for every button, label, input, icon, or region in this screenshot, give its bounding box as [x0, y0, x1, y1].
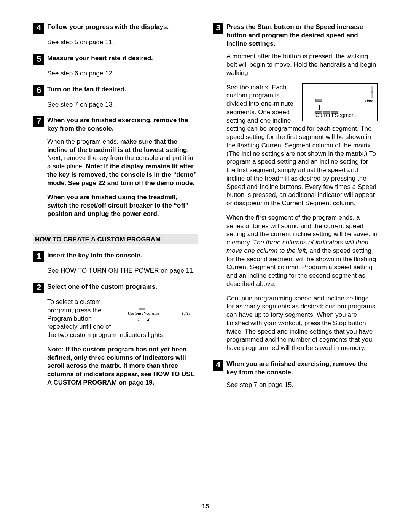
bold-text: When you are finished using the treadmil…	[47, 193, 188, 217]
step-4: 4 Follow your progress with the displays…	[33, 23, 198, 34]
tick-mark-icon: ❘	[369, 91, 375, 97]
step-title: Measure your heart rate if desired.	[47, 54, 153, 65]
right-step-4: 4 When you are finished exercising, remo…	[213, 360, 378, 377]
step-number: 6	[33, 85, 44, 96]
right-step-3: 3 Press the Start button or the Speed in…	[213, 23, 378, 48]
step-6: 6 Turn on the fan if desired.	[33, 85, 198, 96]
matrix-diagram: ❘ ❘ Time Current Segment	[302, 83, 378, 121]
step-5: 5 Measure your heart rate if desired.	[33, 54, 198, 65]
step-title: When you are finished exercising, remove…	[226, 360, 378, 377]
text: When the program ends,	[47, 138, 120, 145]
step-number: 1	[33, 251, 44, 262]
step-title: When you are finished exercising, remove…	[47, 116, 198, 133]
label: Time	[365, 98, 373, 103]
right-column: 3 Press the Start button or the Speed in…	[213, 21, 378, 397]
label: 2	[147, 316, 150, 322]
label: 1	[138, 316, 140, 322]
step-body: See HOW TO TURN ON THE POWER on page 11.	[47, 267, 198, 275]
step-body: See step 5 on page 11.	[47, 38, 198, 46]
paragraph: Continue programming speed and incline s…	[226, 294, 378, 352]
step-body: See step 7 on page 15.	[226, 381, 378, 389]
bold-text: Note: If the custom program has not yet …	[47, 346, 195, 386]
step-title: Select one of the custom programs.	[47, 283, 157, 293]
step-title: Insert the key into the console.	[47, 251, 142, 262]
custom-programs-diagram: Custom Programs i FIT 1 2	[123, 298, 198, 328]
bar-icon	[315, 99, 322, 102]
step-title: Follow your progress with the displays.	[47, 23, 169, 34]
custom-step-1: 1 Insert the key into the console.	[33, 251, 198, 262]
label: Current Segment	[315, 112, 356, 119]
step-body: A moment after the button is pressed, th…	[226, 52, 378, 352]
step-title: Turn on the fan if desired.	[47, 85, 126, 96]
pointer-line	[319, 105, 320, 110]
step-7: 7 When you are finished exercising, remo…	[33, 116, 198, 133]
step-title: Press the Start button or the Speed incr…	[226, 23, 378, 48]
step-number: 4	[213, 360, 223, 371]
step-number: 5	[33, 54, 44, 65]
custom-step-2: 2 Select one of the custom programs.	[33, 283, 198, 293]
step-body: When the program ends, make sure that th…	[47, 137, 198, 218]
step-body: See step 6 on page 12.	[47, 69, 198, 78]
step-body: Custom Programs i FIT 1 2 To select a cu…	[47, 298, 198, 387]
section-heading: HOW TO CREATE A CUSTOM PROGRAM	[33, 234, 198, 245]
step-number: 2	[33, 283, 44, 293]
page-number: 15	[0, 502, 411, 511]
left-column: 4 Follow your progress with the displays…	[33, 21, 198, 397]
label: Custom Programs	[128, 310, 159, 316]
step-body: See step 7 on page 13.	[47, 101, 198, 109]
step-number: 3	[213, 23, 223, 34]
step-number: 4	[33, 23, 44, 34]
label: i FIT	[182, 310, 191, 316]
step-number: 7	[33, 116, 44, 127]
paragraph: A moment after the button is pressed, th…	[226, 52, 378, 77]
